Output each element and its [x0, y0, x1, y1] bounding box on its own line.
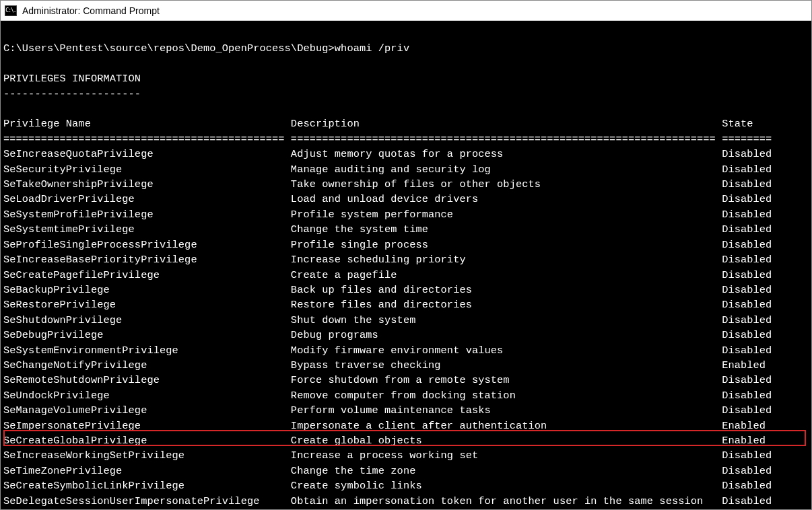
command-prompt-window: C:\. Administrator: Command Prompt C:\Us…	[0, 0, 812, 510]
cmd-icon: C:\.	[5, 5, 17, 16]
window-title: Administrator: Command Prompt	[22, 5, 160, 16]
highlight-seimpersonate	[3, 430, 806, 446]
terminal-output[interactable]: C:\Users\Pentest\source\repos\Demo_OpenP…	[1, 21, 811, 509]
titlebar[interactable]: C:\. Administrator: Command Prompt	[1, 1, 811, 21]
